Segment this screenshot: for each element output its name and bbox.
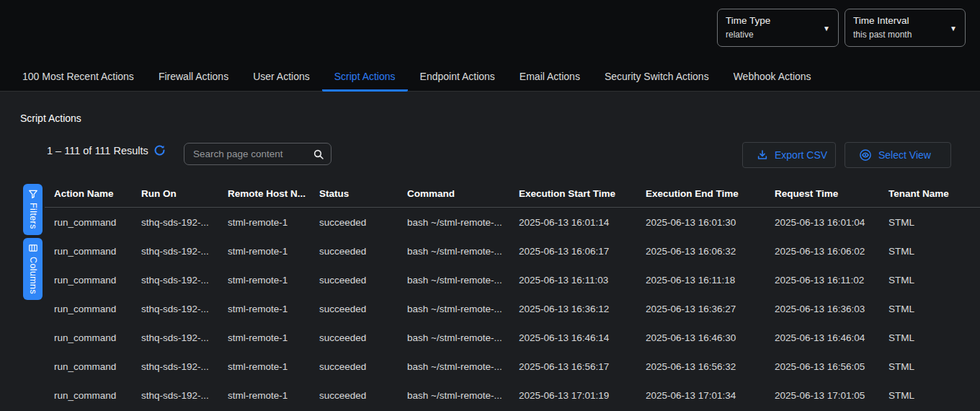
table-cell: 2025-06-13 16:56:17 (509, 361, 636, 372)
search-input[interactable] (184, 143, 331, 164)
table-cell: 2025-06-13 17:01:19 (509, 390, 636, 401)
column-header[interactable]: Remote Host N... (218, 188, 310, 199)
chevron-down-icon: ▼ (950, 24, 957, 32)
table-cell: sthq-sds-192-... (132, 361, 218, 372)
export-csv-button[interactable]: Export CSV (742, 142, 836, 168)
table-cell: 2025-06-13 16:46:04 (765, 332, 879, 343)
table-cell: bash ~/stml-remote-... (398, 304, 509, 314)
tab-script-actions[interactable]: Script Actions (322, 63, 408, 92)
column-header[interactable]: Status (310, 188, 398, 199)
column-header[interactable]: Request Time (765, 188, 879, 199)
table-cell: sthq-sds-192-... (132, 390, 218, 401)
table-cell: stml-remote-1 (218, 217, 310, 228)
table-cell: run_command (45, 217, 132, 228)
time-type-value: relative (726, 30, 818, 40)
table-cell: STML (879, 332, 966, 343)
table-row[interactable]: run_commandsthq-sds-192-...stml-remote-1… (45, 294, 980, 323)
table-header-row: Action NameRun OnRemote Host N...StatusC… (45, 180, 980, 208)
tab-security-switch-actions[interactable]: Security Switch Actions (592, 63, 721, 92)
table-cell: 2025-06-13 17:01:34 (636, 390, 765, 401)
table-cell: 2025-06-13 16:46:30 (636, 332, 765, 343)
table-cell: 2025-06-13 16:46:14 (509, 332, 636, 343)
columns-button[interactable]: Columns (23, 238, 43, 300)
table-cell: bash ~/stml-remote-... (398, 332, 509, 343)
column-header[interactable]: Run On (132, 188, 218, 199)
table-cell: succeeded (310, 332, 398, 343)
script-actions-table: Action NameRun OnRemote Host N...StatusC… (45, 180, 980, 410)
table-cell: bash ~/stml-remote-... (398, 361, 509, 372)
table-cell: run_command (45, 304, 132, 314)
funnel-icon (28, 189, 38, 199)
table-cell: succeeded (310, 217, 398, 228)
content-panel: Script Actions 1 – 111 of 111 Results Ex… (0, 92, 980, 411)
table-cell: 2025-06-13 16:11:18 (636, 275, 765, 286)
time-type-label: Time Type (726, 14, 818, 27)
table-cell: run_command (45, 332, 132, 343)
table-row[interactable]: run_commandsthq-sds-192-...stml-remote-1… (45, 208, 980, 237)
table-cell: stml-remote-1 (218, 390, 310, 401)
tab-email-actions[interactable]: Email Actions (507, 63, 592, 92)
table-row[interactable]: run_commandsthq-sds-192-...stml-remote-1… (45, 381, 980, 410)
table-cell: run_command (45, 390, 132, 401)
time-interval-value: this past month (853, 30, 945, 40)
table-cell: 2025-06-13 16:06:17 (509, 246, 636, 257)
table-cell: 2025-06-13 16:01:30 (636, 217, 765, 228)
table-cell: succeeded (310, 390, 398, 401)
time-interval-dropdown[interactable]: Time Interval this past month ▼ (845, 9, 966, 47)
table-cell: run_command (45, 275, 132, 286)
table-body: run_commandsthq-sds-192-...stml-remote-1… (45, 208, 980, 410)
refresh-button[interactable] (153, 144, 166, 156)
table-cell: 2025-06-13 16:06:32 (636, 246, 765, 257)
table-cell: 2025-06-13 16:11:02 (765, 275, 879, 286)
tab-webhook-actions[interactable]: Webhook Actions (721, 63, 824, 92)
table-cell: 2025-06-13 16:56:32 (636, 361, 765, 372)
table-cell: 2025-06-13 16:06:02 (765, 246, 879, 257)
export-csv-label: Export CSV (775, 149, 827, 161)
table-cell: STML (879, 246, 966, 257)
columns-label: Columns (28, 257, 38, 294)
tab-100-most-recent-actions[interactable]: 100 Most Recent Actions (10, 63, 146, 92)
page-title: Script Actions (20, 112, 81, 124)
column-header[interactable]: Execution Start Time (509, 188, 636, 199)
tab-endpoint-actions[interactable]: Endpoint Actions (408, 63, 507, 92)
search-box (184, 143, 331, 165)
table-cell: run_command (45, 361, 132, 372)
table-row[interactable]: run_commandsthq-sds-192-...stml-remote-1… (45, 323, 980, 352)
table-cell: run_command (45, 246, 132, 257)
table-cell: sthq-sds-192-... (132, 217, 218, 228)
column-header[interactable]: Command (398, 188, 509, 199)
table-cell: stml-remote-1 (218, 361, 310, 372)
table-cell: bash ~/stml-remote-... (398, 246, 509, 257)
columns-icon (28, 243, 38, 253)
refresh-icon (153, 144, 166, 156)
tab-user-actions[interactable]: User Actions (241, 63, 322, 92)
table-cell: bash ~/stml-remote-... (398, 217, 509, 228)
table-cell: 2025-06-13 16:56:05 (765, 361, 879, 372)
table-cell: stml-remote-1 (218, 304, 310, 314)
table-row[interactable]: run_commandsthq-sds-192-...stml-remote-1… (45, 237, 980, 265)
time-type-dropdown[interactable]: Time Type relative ▼ (717, 9, 839, 47)
column-header[interactable]: Execution End Time (636, 188, 765, 199)
table-row[interactable]: run_commandsthq-sds-192-...stml-remote-1… (45, 265, 980, 294)
table-cell: STML (879, 304, 966, 314)
table-cell: sthq-sds-192-... (132, 246, 218, 257)
table-cell: 2025-06-13 16:01:04 (765, 217, 879, 228)
table-cell: 2025-06-13 17:01:05 (765, 390, 879, 401)
column-header[interactable]: Action Name (45, 188, 132, 199)
table-cell: 2025-06-13 16:36:03 (765, 304, 879, 314)
table-row[interactable]: run_commandsthq-sds-192-...stml-remote-1… (45, 352, 980, 381)
time-interval-label: Time Interval (853, 14, 945, 27)
column-header[interactable]: Tenant Name (879, 188, 966, 199)
table-cell: 2025-06-13 16:36:27 (636, 304, 765, 314)
table-cell: STML (879, 275, 966, 286)
table-cell: 2025-06-13 16:11:03 (509, 275, 636, 286)
select-view-button[interactable]: Select View (845, 142, 951, 168)
table-cell: succeeded (310, 304, 398, 314)
filters-button[interactable]: Filters (23, 184, 43, 235)
download-icon (757, 149, 768, 161)
table-cell: bash ~/stml-remote-... (398, 390, 509, 401)
table-cell: STML (879, 217, 966, 228)
table-cell: stml-remote-1 (218, 332, 310, 343)
filters-label: Filters (28, 203, 38, 229)
tab-firewall-actions[interactable]: Firewall Actions (146, 63, 241, 92)
